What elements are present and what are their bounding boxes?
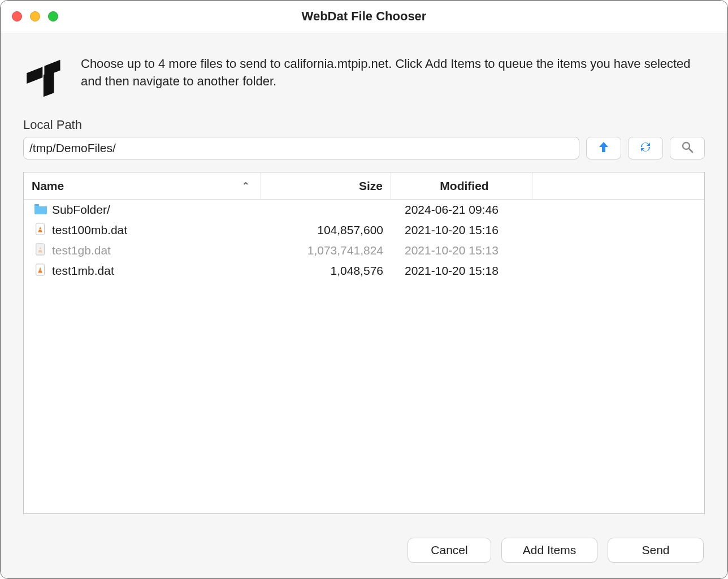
svg-marker-0 — [27, 67, 42, 84]
send-button[interactable]: Send — [608, 538, 704, 563]
file-chooser-window: WebDat File Chooser Choose up to 4 more … — [0, 0, 728, 579]
description-text: Choose up to 4 more files to send to cal… — [81, 53, 705, 90]
column-header-name-label: Name — [32, 179, 64, 193]
table-header: Name ⌃ Size Modified — [24, 172, 704, 200]
file-icon — [34, 223, 47, 238]
file-modified: 2024-06-21 09:46 — [391, 203, 532, 217]
window-title: WebDat File Chooser — [302, 9, 427, 24]
column-header-name[interactable]: Name ⌃ — [24, 172, 261, 199]
search-icon — [681, 140, 694, 156]
app-logo-icon — [23, 53, 67, 102]
refresh-button[interactable] — [628, 137, 663, 159]
local-path-input[interactable] — [23, 137, 579, 159]
titlebar: WebDat File Chooser — [1, 1, 727, 32]
file-table: Name ⌃ Size Modified SubFolder/2024-06-2… — [23, 172, 705, 514]
search-button[interactable] — [670, 137, 705, 159]
file-icon — [34, 263, 47, 279]
add-items-button-label: Add Items — [523, 543, 577, 557]
file-size: 1,048,576 — [261, 264, 391, 278]
svg-rect-8 — [39, 229, 41, 230]
file-modified: 2021-10-20 15:18 — [391, 264, 532, 278]
table-row[interactable]: test100mb.dat104,857,6002021-10-20 15:16 — [24, 220, 704, 240]
file-name: SubFolder/ — [52, 203, 110, 217]
table-row: test1gb.dat1,073,741,8242021-10-20 15:13 — [24, 240, 704, 261]
file-name: test100mb.dat — [52, 223, 127, 237]
sort-asc-icon: ⌃ — [242, 180, 253, 191]
cancel-button[interactable]: Cancel — [408, 538, 491, 563]
file-size: 1,073,741,824 — [261, 244, 391, 257]
window-controls — [12, 11, 58, 21]
cancel-button-label: Cancel — [431, 543, 467, 557]
dialog-footer: Cancel Add Items Send — [23, 525, 705, 567]
svg-rect-11 — [39, 249, 41, 250]
folder-icon — [34, 202, 47, 218]
path-row — [23, 137, 705, 159]
column-header-size-label: Size — [359, 179, 383, 193]
close-window-button[interactable] — [12, 11, 22, 21]
dialog-body: Choose up to 4 more files to send to cal… — [1, 32, 727, 578]
svg-line-4 — [689, 149, 692, 152]
file-icon — [34, 243, 47, 258]
table-row[interactable]: SubFolder/2024-06-21 09:46 — [24, 200, 704, 220]
file-name: test1gb.dat — [52, 244, 111, 257]
add-items-button[interactable]: Add Items — [501, 538, 597, 563]
file-modified: 2021-10-20 15:13 — [391, 244, 532, 257]
up-arrow-icon — [597, 140, 610, 156]
send-button-label: Send — [642, 543, 669, 557]
minimize-window-button[interactable] — [30, 11, 40, 21]
description-row: Choose up to 4 more files to send to cal… — [23, 49, 705, 102]
svg-marker-2 — [44, 71, 54, 97]
file-name: test1mb.dat — [52, 264, 114, 278]
svg-rect-14 — [39, 270, 41, 270]
column-header-spacer — [532, 172, 704, 199]
column-header-modified-label: Modified — [440, 179, 488, 193]
column-header-size[interactable]: Size — [261, 172, 391, 199]
column-header-modified[interactable]: Modified — [391, 172, 532, 199]
svg-rect-5 — [34, 204, 39, 206]
zoom-window-button[interactable] — [48, 11, 58, 21]
file-modified: 2021-10-20 15:16 — [391, 223, 532, 237]
local-path-label: Local Path — [23, 118, 705, 132]
refresh-icon — [639, 140, 652, 156]
table-body: SubFolder/2024-06-21 09:46test100mb.dat1… — [24, 200, 704, 513]
file-size: 104,857,600 — [261, 223, 391, 237]
go-up-button[interactable] — [586, 137, 621, 159]
table-row[interactable]: test1mb.dat1,048,5762021-10-20 15:18 — [24, 261, 704, 281]
